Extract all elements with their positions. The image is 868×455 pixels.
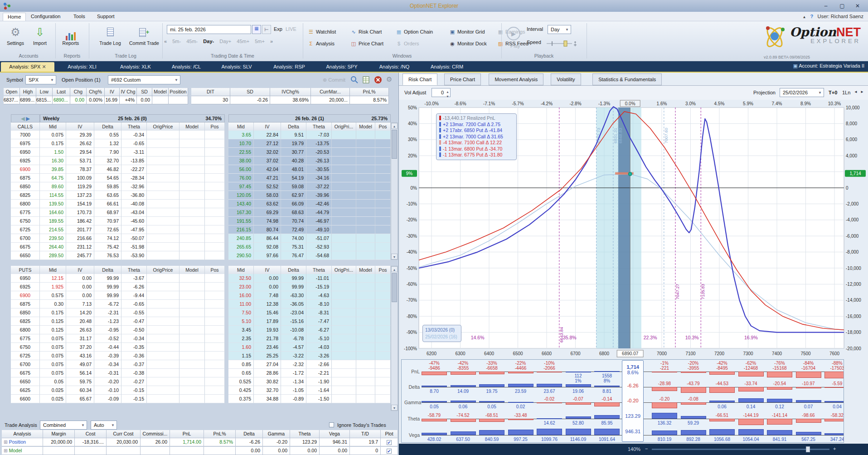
chain-cell[interactable]: [332, 369, 356, 377]
menu-tools[interactable]: Tools: [69, 13, 90, 21]
chain-cell[interactable]: 0.00: [254, 283, 281, 291]
chain-cell[interactable]: -47.95: [121, 225, 147, 234]
chain-cell[interactable]: 1.50: [40, 148, 66, 157]
chain-cell[interactable]: -7.03: [306, 131, 332, 139]
chain-cell[interactable]: 37.02: [254, 157, 281, 165]
strategy-select[interactable]: #692 Custom▼: [108, 75, 180, 84]
chain-cell[interactable]: 0.55: [94, 131, 121, 139]
expand-icon[interactable]: ⊞: [4, 448, 8, 453]
chain-cell[interactable]: 216.66: [66, 234, 94, 243]
chain-cell[interactable]: [332, 225, 356, 234]
chain-cell[interactable]: [375, 377, 391, 386]
chain-cell[interactable]: [179, 395, 205, 403]
strike-cell[interactable]: 6875: [11, 174, 40, 182]
chain-cell[interactable]: -3.11: [121, 148, 147, 157]
nav-5m-minus[interactable]: 5m-: [172, 39, 181, 44]
chain-cell[interactable]: [205, 334, 225, 343]
collapse-ribbon-icon[interactable]: ▲: [803, 15, 806, 19]
tab-analysis--slv[interactable]: Analysis: SLV: [211, 62, 262, 72]
chain-cell[interactable]: [147, 251, 179, 260]
chain-cell[interactable]: 21.78: [254, 334, 281, 343]
chain-cell[interactable]: [147, 300, 179, 308]
chain-cell[interactable]: [375, 274, 391, 283]
chain-cell[interactable]: [205, 395, 225, 403]
chain-cell[interactable]: [356, 300, 375, 308]
chain-cell[interactable]: -13.75: [306, 139, 332, 148]
chain-cell[interactable]: [375, 234, 391, 243]
chain-cell[interactable]: 0.025: [40, 386, 66, 395]
strike-cell[interactable]: 6750: [11, 343, 40, 352]
chain-cell[interactable]: 19.93: [254, 326, 281, 334]
chain-cell[interactable]: [147, 200, 179, 208]
chain-cell[interactable]: -0.52: [94, 334, 121, 343]
chain-cell[interactable]: 0.175: [40, 139, 66, 148]
chain-cell[interactable]: [147, 243, 179, 251]
chain-cell[interactable]: [179, 139, 205, 148]
chain-cell[interactable]: [375, 300, 391, 308]
chain-cell[interactable]: [375, 291, 391, 300]
chain-cell[interactable]: 0.05: [40, 377, 66, 386]
chain-cell[interactable]: 22.84: [254, 131, 281, 139]
chain-cell[interactable]: -0.27: [121, 377, 147, 386]
chain-cell[interactable]: -52.93: [306, 243, 332, 251]
chain-cell[interactable]: [356, 251, 375, 260]
chain-cell[interactable]: -0.36: [121, 352, 147, 360]
chain-cell[interactable]: [179, 369, 205, 377]
chain-cell[interactable]: -1.90: [306, 377, 332, 386]
chain-cell[interactable]: 80.74: [254, 225, 281, 234]
projection-next-icon[interactable]: ►: [860, 90, 864, 94]
chain-cell[interactable]: 63.65: [94, 191, 121, 200]
chain-cell[interactable]: [147, 377, 179, 386]
chain-cell[interactable]: [205, 234, 225, 243]
chain-cell[interactable]: 64.75: [40, 174, 66, 182]
chain-cell[interactable]: 27.12: [254, 139, 281, 148]
chain-cell[interactable]: 0.175: [40, 308, 66, 317]
chain-cell[interactable]: -0.15: [121, 386, 147, 395]
chain-cell[interactable]: 154.19: [66, 200, 94, 208]
chain-cell[interactable]: -40.08: [121, 200, 147, 208]
scrollbar[interactable]: ▲ ▼: [391, 122, 398, 260]
chain-cell[interactable]: [356, 283, 375, 291]
chain-cell[interactable]: -42.46: [306, 200, 332, 208]
chain-cell[interactable]: [356, 191, 375, 200]
chain-cell[interactable]: -13.85: [121, 157, 147, 165]
chain-cell[interactable]: [179, 174, 205, 182]
chain-cell[interactable]: [332, 182, 356, 191]
chain-cell[interactable]: 0.30: [40, 300, 66, 308]
chain-cell[interactable]: 32.70: [254, 386, 281, 395]
chain-cell[interactable]: 119.29: [66, 182, 94, 191]
chain-cell[interactable]: [147, 395, 179, 403]
chain-cell[interactable]: -6.72: [94, 300, 121, 308]
chain-cell[interactable]: [356, 377, 375, 386]
chain-cell[interactable]: [356, 217, 375, 225]
chain-cell[interactable]: -49.10: [306, 225, 332, 234]
zoom-in-icon[interactable]: +: [833, 446, 836, 451]
chain-cell[interactable]: [375, 208, 391, 217]
chain-cell[interactable]: 216.15: [228, 225, 254, 234]
analysis-auto-select[interactable]: Auto▼: [91, 421, 117, 430]
chain-cell[interactable]: 58.03: [254, 191, 281, 200]
chain-cell[interactable]: [375, 200, 391, 208]
nav-45m-plus[interactable]: 45m+: [237, 39, 249, 44]
chain-cell[interactable]: [356, 343, 375, 352]
play-icon[interactable]: ▶: [507, 27, 520, 40]
chain-cell[interactable]: 31.17: [66, 334, 94, 343]
chain-cell[interactable]: 201.77: [66, 225, 94, 234]
chain-cell[interactable]: [205, 225, 225, 234]
spreadsheet-icon[interactable]: [362, 75, 371, 84]
chain-cell[interactable]: [147, 157, 179, 165]
chain-cell[interactable]: -51.07: [306, 234, 332, 243]
chain-cell[interactable]: [332, 191, 356, 200]
chain-cell[interactable]: 59.75: [66, 377, 94, 386]
chain-cell[interactable]: 30.82: [254, 377, 281, 386]
chain-cell[interactable]: 62.97: [281, 191, 306, 200]
vol-adjust-spinner[interactable]: 0 ▲ ▼: [432, 88, 451, 97]
chain-cell[interactable]: 0.575: [40, 291, 66, 300]
chain-cell[interactable]: [332, 386, 356, 395]
chain-cell[interactable]: 289.50: [40, 251, 66, 260]
chain-cell[interactable]: 170.73: [66, 208, 94, 217]
chain-cell[interactable]: 1.32: [94, 139, 121, 148]
chain-cell[interactable]: 49.07: [66, 360, 94, 369]
chain-cell[interactable]: 99.99: [94, 274, 121, 283]
chain-cell[interactable]: [375, 182, 391, 191]
